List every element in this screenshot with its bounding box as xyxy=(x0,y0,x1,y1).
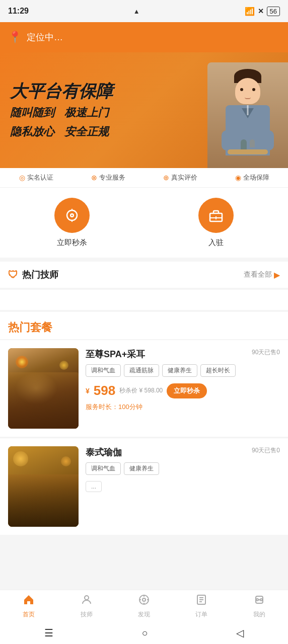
location-text: 定位中… xyxy=(27,31,63,43)
svg-point-21 xyxy=(259,599,259,600)
package-card-1: 至尊SPA+采耳 90天已售0 调和气血 疏通筋脉 健康养生 超长时长 ¥ 59… xyxy=(0,340,288,437)
package-name-row-2: 泰式瑜伽 90天已售0 xyxy=(86,446,280,458)
trust-label-1: 实名认证 xyxy=(27,173,53,182)
package-tag-2-2: 健康养生 xyxy=(124,462,159,475)
nav-orders[interactable]: 订单 xyxy=(181,594,222,619)
banner-sub-4: 安全正规 xyxy=(64,124,109,139)
package-info-2: 泰式瑜伽 90天已售0 调和气血 健康养生 ... xyxy=(86,446,280,527)
svg-point-2 xyxy=(71,215,73,216)
trust-label-4: 全场保障 xyxy=(243,173,269,182)
banner-text: 大平台有保障 随叫随到 极速上门 隐私放心 安全正规 xyxy=(10,81,278,140)
nav-discover[interactable]: 发现 xyxy=(124,594,164,619)
nav-orders-label: 订单 xyxy=(195,610,207,619)
see-all-button[interactable]: 查看全部 ▶ xyxy=(244,270,280,280)
trust-icon-3: ⊕ xyxy=(163,174,169,182)
see-all-label: 查看全部 xyxy=(244,270,272,279)
trust-item-2: ⊗ 专业服务 xyxy=(91,173,125,182)
package-tag-1-4: 超长时长 xyxy=(200,364,236,377)
hot-technician-header: 🛡 热门技师 查看全部 ▶ xyxy=(0,262,288,288)
trust-icon-2: ⊗ xyxy=(91,174,97,182)
header: 📍 定位中… xyxy=(0,22,288,52)
home-nav-icon xyxy=(23,594,35,609)
trust-item-1: ◎ 实名认证 xyxy=(19,173,53,182)
hot-technician-title: 热门技师 xyxy=(22,269,58,281)
package-tag-1-3: 健康养生 xyxy=(162,364,197,377)
banner-title: 大平台有保障 xyxy=(10,81,278,102)
svg-point-10 xyxy=(142,598,146,601)
svg-point-20 xyxy=(260,599,262,601)
see-all-arrow: ▶ xyxy=(274,270,280,280)
trust-icon-4: ◉ xyxy=(235,174,241,182)
nav-technician[interactable]: 技师 xyxy=(66,594,107,619)
package-duration-1: 服务时长：100分钟 xyxy=(86,403,280,412)
trust-icon-1: ◎ xyxy=(19,174,25,182)
trust-label-2: 专业服务 xyxy=(99,173,125,182)
x-icon: ✕ xyxy=(258,7,264,15)
status-bar: 11:29 ▲ 📶 ✕ 56 xyxy=(0,0,288,22)
seckill-icon xyxy=(54,198,90,233)
package-name-2: 泰式瑜伽 xyxy=(86,446,122,458)
price-prefix-1: ¥ xyxy=(86,387,90,395)
package-tag-1-2: 疏通筋脉 xyxy=(124,364,159,377)
package-sold-2: 90天已售0 xyxy=(252,446,280,455)
banner: 大平台有保障 随叫随到 极速上门 隐私放心 安全正规 xyxy=(0,52,288,168)
nav-mine-label: 我的 xyxy=(253,610,265,619)
trust-item-4: ◉ 全场保障 xyxy=(235,173,269,182)
banner-sub-2: 极速上门 xyxy=(64,105,109,120)
shield-icon: 🛡 xyxy=(8,269,18,281)
package-sold-1: 90天已售0 xyxy=(252,348,280,357)
orders-nav-icon xyxy=(195,594,207,609)
wifi-icon: 📶 xyxy=(245,7,255,16)
seckill-button-1[interactable]: 立即秒杀 xyxy=(167,383,207,398)
package-name-1: 至尊SPA+采耳 xyxy=(86,348,145,360)
package-tag-2-1: 调和气血 xyxy=(86,462,121,475)
battery-indicator: 56 xyxy=(267,7,280,16)
banner-row-2: 隐私放心 安全正规 xyxy=(10,124,278,139)
nav-mine[interactable]: 我的 xyxy=(239,594,279,619)
banner-sub-3: 隐私放心 xyxy=(10,124,54,139)
technician-section xyxy=(0,290,288,310)
system-back-button[interactable]: ◁ xyxy=(236,627,244,639)
svg-point-19 xyxy=(256,599,258,601)
nav-technician-label: 技师 xyxy=(81,610,93,619)
package-info-1: 至尊SPA+采耳 90天已售0 调和气血 疏通筋脉 健康养生 超长时长 ¥ 59… xyxy=(86,348,280,429)
bottom-nav: 首页 技师 发现 xyxy=(0,590,288,622)
mine-nav-icon xyxy=(253,594,265,609)
nav-home-label: 首页 xyxy=(23,610,35,619)
status-icons: 📶 ✕ 56 xyxy=(245,7,280,16)
status-alert: ▲ xyxy=(133,8,140,15)
discover-nav-icon xyxy=(138,594,150,609)
nav-home[interactable]: 首页 xyxy=(9,594,49,619)
package-image-2 xyxy=(8,446,79,527)
quick-action-settle[interactable]: 入驻 xyxy=(198,198,234,248)
location-icon: 📍 xyxy=(8,31,22,44)
massage-figure-1 xyxy=(8,348,79,429)
package-image-1 xyxy=(8,348,79,429)
section-title-technician: 🛡 热门技师 xyxy=(8,269,58,281)
hot-packages-title: 热门套餐 xyxy=(8,321,52,334)
system-home-button[interactable]: ○ xyxy=(141,627,148,639)
seckill-price-text-1: 秒杀价 ¥ 598.00 xyxy=(119,386,163,395)
package-price-1: 598 xyxy=(94,383,115,398)
trust-bar: ◎ 实名认证 ⊗ 专业服务 ⊕ 真实评价 ◉ 全场保障 xyxy=(0,168,288,188)
system-menu-button[interactable]: ☰ xyxy=(44,627,53,639)
trust-item-3: ⊕ 真实评价 xyxy=(163,173,197,182)
settle-label: 入驻 xyxy=(208,238,224,248)
package-tags-2: 调和气血 健康养生 xyxy=(86,462,280,475)
banner-sub-1: 随叫随到 xyxy=(10,105,54,120)
system-nav: ☰ ○ ◁ xyxy=(0,622,288,644)
package-tags-2-more: ... xyxy=(86,481,280,492)
banner-row-1: 随叫随到 极速上门 xyxy=(10,105,278,120)
nav-discover-label: 发现 xyxy=(138,610,150,619)
quick-actions: 立即秒杀 入驻 xyxy=(0,188,288,258)
settle-icon xyxy=(198,198,234,233)
quick-action-seckill[interactable]: 立即秒杀 xyxy=(54,198,90,248)
svg-point-8 xyxy=(85,596,89,600)
package-card-2: 泰式瑜伽 90天已售0 调和气血 健康养生 ... xyxy=(0,438,288,535)
seckill-label: 立即秒杀 xyxy=(57,238,87,248)
package-price-row-1: ¥ 598 秒杀价 ¥ 598.00 立即秒杀 xyxy=(86,383,280,398)
status-time: 11:29 xyxy=(8,7,29,16)
package-tag-1-1: 调和气血 xyxy=(86,364,121,377)
trust-label-3: 真实评价 xyxy=(171,173,197,182)
package-tags-1: 调和气血 疏通筋脉 健康养生 超长时长 xyxy=(86,364,280,377)
